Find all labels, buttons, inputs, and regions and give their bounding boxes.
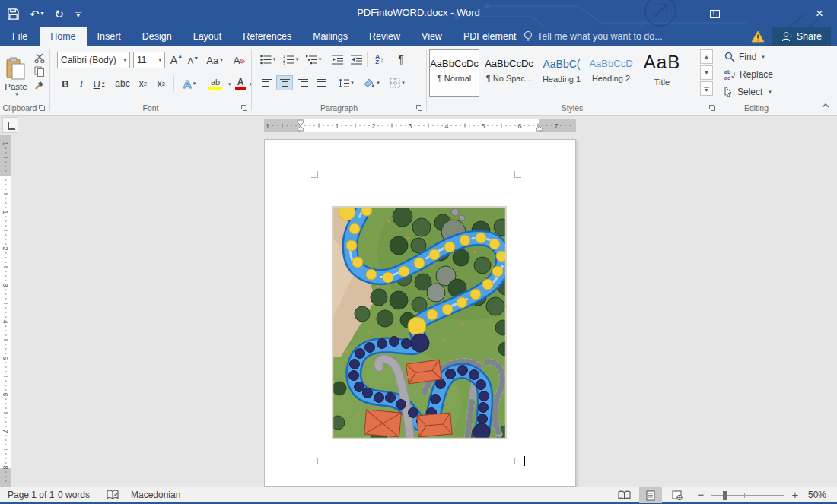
font-size-select[interactable]: 11▾ [133,52,165,68]
styles-more-button[interactable]: —▼ [700,81,713,96]
paragraph-dialog-launcher[interactable] [415,104,423,112]
text-effects-button[interactable]: A▾ [178,75,201,92]
read-mode-button[interactable] [613,487,635,503]
bold-button[interactable]: B [59,75,72,92]
align-left-button[interactable] [258,75,275,90]
page-number-indicator[interactable]: Page 1 of 1 [5,487,57,503]
format-painter-button[interactable] [32,79,47,91]
maximize-icon [781,11,788,17]
zoom-out-button[interactable]: − [694,487,708,503]
zoom-slider-thumb[interactable] [723,491,727,500]
tab-review[interactable]: Review [358,27,411,46]
clipboard-dialog-launcher[interactable] [38,104,46,112]
group-editing: Find▾ abac Replace Select▾ Editing [718,46,794,115]
align-right-button[interactable] [294,75,311,90]
proofing-status[interactable] [103,490,122,504]
numbering-caret-icon: ▾ [296,56,299,62]
quick-access-toolbar: ↶▾ ↻ —▾ [8,0,81,27]
superscript-button[interactable]: x2 [154,75,169,92]
tab-pdfelement[interactable]: PDFelement [453,27,527,46]
tab-design[interactable]: Design [132,27,183,46]
horizontal-ruler[interactable]: 1 1 2 3 4 5 6 7 [264,119,576,132]
show-hide-pilcrow-button[interactable]: ¶ [393,52,409,67]
zoom-level-indicator[interactable]: 50% [805,487,829,503]
italic-button[interactable]: I [76,75,87,92]
line-spacing-button[interactable]: ▾ [336,75,357,90]
multilevel-list-button[interactable]: ▾ [304,52,323,67]
tell-me-box[interactable]: Tell me what you want to do... [524,27,663,46]
ribbon-display-options-button[interactable] [697,0,732,27]
document-page[interactable] [264,139,576,487]
copy-button[interactable] [32,65,47,78]
cut-button[interactable] [32,52,47,64]
zoom-in-button[interactable]: + [788,487,802,503]
font-name-select[interactable]: Calibri (Body)▾ [57,52,130,68]
style-no-spacing[interactable]: AaBbCcDc ¶ No Spac... [482,49,536,97]
style-heading1[interactable]: AaBbC( Heading 1 [539,49,584,97]
style-heading2[interactable]: AaBbCcD Heading 2 [587,49,635,97]
sort-button[interactable]: AZ ↓ [370,52,390,67]
shading-button[interactable]: ▾ [360,75,383,90]
increase-indent-button[interactable] [348,52,364,67]
underline-button[interactable]: U▾ [90,75,108,92]
borders-button[interactable]: ▾ [386,75,409,90]
tab-file[interactable]: File [0,27,40,46]
style-normal[interactable]: AaBbCcDc ¶ Normal [429,49,479,97]
font-dialog-launcher[interactable] [240,104,248,112]
tab-insert[interactable]: Insert [87,27,132,46]
find-button[interactable]: Find▾ [724,50,785,64]
save-button[interactable] [8,8,19,20]
bullets-button[interactable]: ▾ [258,52,278,67]
justify-button[interactable] [313,75,329,90]
strikethrough-label: abc [115,78,129,89]
redo-button[interactable]: ↻ [55,8,65,20]
sort-arrow-icon: ↓ [380,55,384,64]
numbering-button[interactable]: 123▾ [281,52,301,67]
tab-selector[interactable] [2,117,18,133]
change-case-button[interactable]: Aa▾ [204,52,225,68]
share-button[interactable]: Share [772,27,831,46]
collapse-ribbon-button[interactable] [819,99,832,111]
grow-font-button[interactable]: A▲ [169,52,184,68]
language-indicator[interactable]: Macedonian [128,487,183,503]
styles-scroll-up-button[interactable]: ▲ [700,49,713,64]
tab-layout[interactable]: Layout [183,27,233,46]
tab-references[interactable]: References [232,27,302,46]
align-center-button[interactable] [276,75,293,90]
print-layout-button[interactable] [639,487,662,503]
word-count-indicator[interactable]: 0 words [55,487,93,503]
web-layout-button[interactable] [666,487,689,503]
styles-scroll-down-button[interactable]: ▼ [700,65,713,80]
replace-button[interactable]: abac Replace [724,68,790,81]
svg-text:2: 2 [2,246,9,250]
style-title[interactable]: AaB Title [638,49,686,97]
svg-text:2: 2 [371,122,375,130]
customize-qat-button[interactable]: —▾ [75,11,81,17]
highlight-button[interactable]: ab [204,75,227,92]
tab-view[interactable]: View [411,27,453,46]
minimize-button[interactable] [732,0,767,27]
group-paragraph: ▾ 123▾ ▾ AZ ↓ ¶ [252,46,426,115]
replace-label: Replace [740,69,773,80]
scroll-up-icon: ▲ [704,54,709,59]
subscript-button[interactable]: x2 [135,75,151,92]
clear-formatting-button[interactable]: A [231,52,248,68]
strikethrough-button[interactable]: abc [113,75,132,92]
select-button[interactable]: Select▾ [724,85,785,99]
undo-button[interactable]: ↶▾ [30,8,44,20]
close-button[interactable]: × [802,0,837,27]
paragraph-inner-separator3 [333,75,333,90]
maximize-button[interactable] [767,0,802,27]
paste-button[interactable]: Paste ▾ [3,49,29,104]
warning-icon[interactable] [751,30,765,43]
title-bar: ↶▾ ↻ —▾ PDFintoWORD.docx - Word × [0,0,837,27]
vertical-ruler[interactable]: 1 1 2 3 4 5 6 7 8 [0,135,11,487]
zoom-slider[interactable] [711,495,784,496]
tab-mailings[interactable]: Mailings [302,27,358,46]
shrink-font-button[interactable]: A▼ [186,53,201,68]
tab-home[interactable]: Home [40,27,86,46]
board-game-image[interactable] [332,206,507,439]
font-color-button[interactable]: A [233,75,248,92]
decrease-indent-button[interactable] [329,52,345,67]
styles-dialog-launcher[interactable] [708,104,716,112]
